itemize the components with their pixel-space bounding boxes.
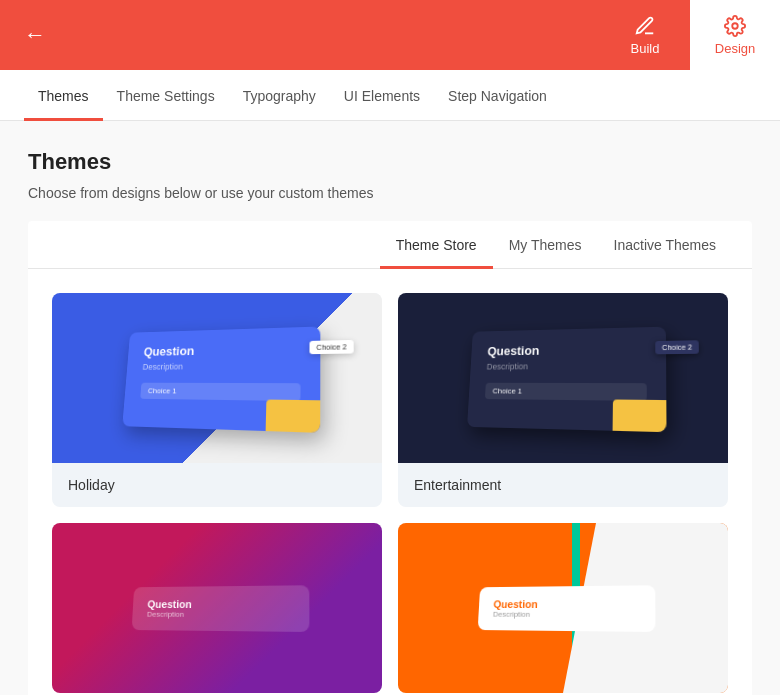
theme-tabs: Theme Store My Themes Inactive Themes — [28, 221, 752, 269]
holiday-card: Choice 2 Question Description Choice 1 B… — [122, 326, 320, 432]
holiday-desc: Description — [142, 360, 300, 371]
tab-theme-store[interactable]: Theme Store — [380, 221, 493, 269]
tab-ui-elements[interactable]: UI Elements — [330, 70, 434, 121]
theme-preview-entertainment: Choice 2 Question Description Choice 1 B… — [398, 293, 728, 463]
ent-back: BACK — [484, 404, 647, 416]
tab-inactive-themes[interactable]: Inactive Themes — [598, 221, 732, 269]
theme-preview-purple: Question Description — [52, 523, 382, 693]
entertainment-card: Choice 2 Question Description Choice 1 B… — [467, 326, 666, 432]
holiday-choice1: Choice 1 — [140, 382, 300, 400]
orange-question: Question — [493, 597, 638, 609]
build-button[interactable]: Build — [600, 0, 690, 70]
theme-card-entertainment[interactable]: Choice 2 Question Description Choice 1 B… — [398, 293, 728, 507]
holiday-name: Holiday — [52, 463, 382, 507]
holiday-choice2: Choice 2 — [310, 339, 354, 353]
entertainment-preview-bg: Choice 2 Question Description Choice 1 B… — [398, 293, 728, 463]
tab-typography[interactable]: Typography — [229, 70, 330, 121]
ent-choice1: Choice 1 — [485, 382, 647, 400]
page-title: Themes — [28, 149, 752, 175]
tab-theme-settings[interactable]: Theme Settings — [103, 70, 229, 121]
purple-desc: Description — [147, 609, 293, 618]
holiday-back: Back — [139, 404, 300, 417]
tab-themes[interactable]: Themes — [24, 70, 103, 121]
header: ← Build Design — [0, 0, 780, 70]
theme-preview-orange: Question Description — [398, 523, 728, 693]
purple-question: Question — [147, 597, 292, 609]
holiday-question: Question — [143, 341, 301, 358]
theme-preview-holiday: Choice 2 Question Description Choice 1 B… — [52, 293, 382, 463]
theme-grid-wrapper: Choice 2 Question Description Choice 1 B… — [28, 269, 752, 695]
header-actions: Build Design — [600, 0, 780, 70]
orange-desc: Description — [493, 609, 639, 618]
orange-preview-bg: Question Description — [398, 523, 728, 693]
design-label: Design — [715, 41, 755, 56]
theme-card-holiday[interactable]: Choice 2 Question Description Choice 1 B… — [52, 293, 382, 507]
svg-point-0 — [732, 23, 738, 29]
back-button[interactable]: ← — [16, 14, 54, 56]
nav-tabs: Themes Theme Settings Typography UI Elem… — [0, 70, 780, 121]
design-button[interactable]: Design — [690, 0, 780, 70]
build-label: Build — [631, 41, 660, 56]
page-subtitle: Choose from designs below or use your cu… — [28, 185, 752, 201]
theme-card-purple[interactable]: Question Description — [52, 523, 382, 693]
entertainment-name: Entertainment — [398, 463, 728, 507]
ent-desc: Description — [486, 360, 646, 371]
purple-card: Question Description — [132, 585, 310, 632]
ent-choice2: Choice 2 — [656, 340, 699, 354]
holiday-preview-bg: Choice 2 Question Description Choice 1 B… — [52, 293, 382, 463]
theme-card-orange[interactable]: Question Description — [398, 523, 728, 693]
theme-grid: Choice 2 Question Description Choice 1 B… — [28, 269, 752, 695]
ent-question: Question — [487, 341, 647, 358]
purple-preview-bg: Question Description — [52, 523, 382, 693]
tab-step-navigation[interactable]: Step Navigation — [434, 70, 561, 121]
main-content: Themes Choose from designs below or use … — [0, 121, 780, 695]
orange-card: Question Description — [478, 585, 656, 632]
tab-my-themes[interactable]: My Themes — [493, 221, 598, 269]
